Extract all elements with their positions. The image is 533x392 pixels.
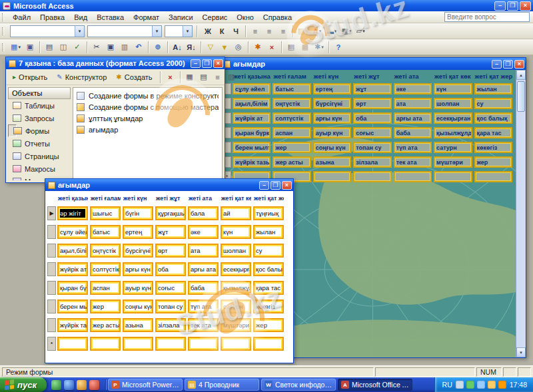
cell[interactable]: топан су xyxy=(353,142,391,153)
language-indicator[interactable]: RU xyxy=(442,381,452,389)
cell[interactable]: әке xyxy=(188,225,219,239)
cell[interactable]: оңтүстік xyxy=(90,244,121,258)
cell[interactable]: тек ата xyxy=(188,318,219,332)
cell[interactable]: батыс xyxy=(272,83,310,95)
cell[interactable]: қара тас xyxy=(253,281,284,295)
cell[interactable]: аспан xyxy=(90,281,121,295)
objects-header[interactable]: Объекты xyxy=(8,87,71,99)
list-item[interactable]: ұлттық ұғымдар xyxy=(77,112,219,124)
cell[interactable]: зілзала xyxy=(155,318,186,332)
toolbar-grip-icon[interactable] xyxy=(2,13,5,21)
restore-button[interactable]: ❐ xyxy=(503,60,513,69)
cell[interactable]: жер xyxy=(253,318,284,332)
cell[interactable]: оба xyxy=(155,262,186,276)
close-button[interactable]: × xyxy=(282,181,292,190)
cell[interactable]: көкөгіз xyxy=(474,142,512,153)
align-right-icon[interactable]: ≡ xyxy=(276,25,290,37)
cell[interactable]: су xyxy=(474,98,512,109)
restore-button[interactable]: ❐ xyxy=(507,1,518,11)
scroll-up-button[interactable]: ▲ xyxy=(516,70,526,80)
underline-icon[interactable]: Ч xyxy=(229,25,243,37)
empty-cell[interactable] xyxy=(253,337,284,351)
database-window-icon[interactable]: ▦ xyxy=(298,41,312,53)
cell[interactable]: жер асты xyxy=(272,156,310,168)
cell[interactable]: ақыл,білім xyxy=(233,98,270,109)
show-desktop-icon[interactable] xyxy=(51,380,61,390)
title-bar[interactable]: Microsoft Access –❐× xyxy=(0,0,533,11)
cell[interactable]: жұт xyxy=(353,83,391,95)
cell[interactable]: ауыр күн xyxy=(123,281,153,295)
save-icon[interactable]: ▣ xyxy=(23,41,37,53)
mail-icon[interactable] xyxy=(77,380,87,390)
form-window-title-bar[interactable]: ағымдар –❐× xyxy=(221,58,526,70)
minimize-button[interactable]: – xyxy=(494,1,506,11)
cell[interactable]: ертең xyxy=(313,83,351,95)
cell[interactable]: жүйрік ат xyxy=(57,262,88,276)
list-view-icon[interactable]: ≡ xyxy=(211,71,225,83)
cell[interactable]: бала xyxy=(188,206,219,220)
empty-cell[interactable] xyxy=(221,337,251,351)
taskbar-task[interactable]: PMicrosoft PowerPoint ... xyxy=(108,379,183,391)
open-button[interactable]: ▸Открыть xyxy=(9,71,51,83)
toolbar-grip-icon[interactable] xyxy=(2,43,5,51)
taskbar-task[interactable]: ▤4 Проводник xyxy=(185,379,259,391)
empty-cell[interactable] xyxy=(394,171,432,182)
details-view-icon[interactable]: ▥ xyxy=(225,71,239,83)
cell[interactable]: қызылжұлдыз xyxy=(434,127,472,138)
help-icon[interactable]: ? xyxy=(332,41,345,53)
empty-cell[interactable] xyxy=(90,337,121,351)
volume-icon[interactable] xyxy=(456,381,464,389)
cell[interactable]: жүйрік ат xyxy=(233,112,270,124)
close-button[interactable]: × xyxy=(213,59,223,68)
cell[interactable]: соңғы күн xyxy=(313,142,351,153)
line-color-icon[interactable]: ▬▾ xyxy=(324,25,339,37)
start-button[interactable]: пуск xyxy=(0,377,47,392)
object-combo[interactable]: ▾ xyxy=(10,25,85,37)
close-button[interactable]: × xyxy=(520,1,531,11)
sidebar-item-macro[interactable]: Макросы xyxy=(8,162,71,175)
new-button[interactable]: ✱Создать xyxy=(112,71,156,83)
cell[interactable]: сатурн xyxy=(221,299,251,313)
menu-item[interactable]: Записи xyxy=(164,12,198,23)
column-header[interactable]: жеті ата xyxy=(394,71,432,81)
cell[interactable]: солтүстік xyxy=(272,112,310,124)
cell[interactable]: ертең xyxy=(123,225,153,239)
cell[interactable]: түп ата xyxy=(394,142,432,153)
sidebar-item-query[interactable]: Запросы xyxy=(8,112,71,124)
row-selector[interactable] xyxy=(47,262,56,276)
cell[interactable]: жылан xyxy=(474,83,512,95)
column-header[interactable]: жеті ата xyxy=(188,192,219,204)
ask-question-input[interactable] xyxy=(444,12,530,22)
taskbar-task[interactable]: WСветок инфодос.doc... xyxy=(261,379,336,391)
column-header[interactable]: жеті ғалам xyxy=(90,192,121,204)
font-combo[interactable]: ▾ xyxy=(87,25,162,37)
sort-ascending-icon[interactable]: А↓ xyxy=(171,41,184,53)
cell[interactable]: сатурн xyxy=(434,142,472,153)
cell[interactable]: құрғақшылық xyxy=(155,206,186,220)
menu-item[interactable]: Сервис xyxy=(198,12,233,23)
column-header[interactable]: жеті жұт xyxy=(155,192,186,204)
messenger-icon[interactable] xyxy=(488,381,496,389)
cell[interactable]: соғыс xyxy=(155,281,186,295)
row-selector[interactable] xyxy=(47,281,56,295)
align-center-icon[interactable]: ≡ xyxy=(263,25,276,37)
cell[interactable]: ауыр күн xyxy=(313,127,351,138)
empty-cell[interactable] xyxy=(57,337,88,351)
cell[interactable]: қара тас xyxy=(474,127,512,138)
empty-cell[interactable] xyxy=(313,171,351,182)
cell[interactable]: мүштәри xyxy=(434,156,472,168)
column-header[interactable]: жеті қат жер xyxy=(253,192,284,204)
font-color-icon[interactable]: А▾ xyxy=(310,25,324,37)
update-icon[interactable] xyxy=(498,381,506,389)
cell[interactable]: арғы күн xyxy=(123,262,153,276)
bold-icon[interactable]: Ж xyxy=(201,25,215,37)
undo-icon[interactable]: ↶ xyxy=(132,41,145,53)
cell[interactable]: қос балық xyxy=(253,262,284,276)
cell[interactable]: қызылжұлдыз xyxy=(221,281,251,295)
empty-cell[interactable] xyxy=(353,171,391,182)
vertical-scrollbar[interactable]: ▲ ▼ xyxy=(516,70,526,357)
cell[interactable]: жүйрік тазы xyxy=(233,156,270,168)
form-window-title-bar[interactable]: ағымдар –❐× xyxy=(45,179,293,191)
column-header[interactable]: жеті қат жер xyxy=(474,71,512,81)
new-object-icon[interactable]: ✱▾ xyxy=(312,41,326,53)
